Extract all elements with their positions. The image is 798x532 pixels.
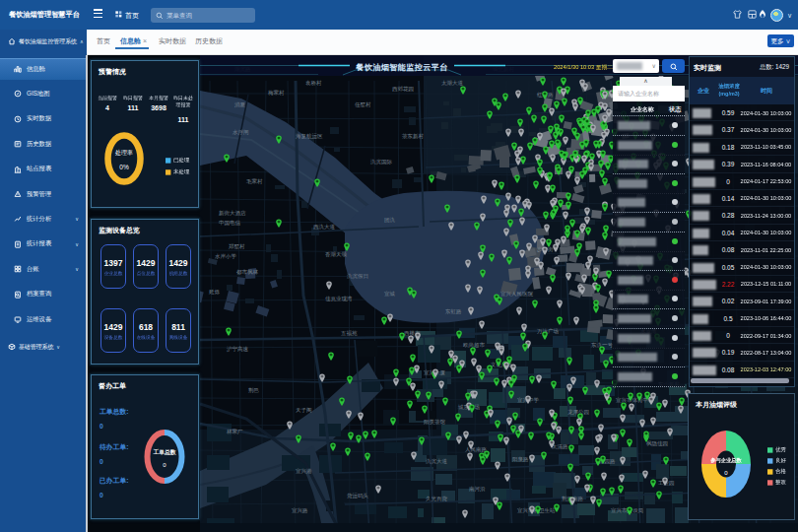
svg-text:五福苑: 五福苑: [341, 330, 358, 337]
svg-text:万达广场: 万达广场: [537, 328, 559, 335]
svg-text:袁桥村: 袁桥村: [305, 80, 322, 87]
svg-text:东虹路: 东虹路: [444, 308, 462, 314]
svg-text:水浮闸: 水浮闸: [233, 129, 249, 136]
svg-text:南河沿: 南河沿: [469, 486, 486, 493]
svg-text:阳泉路: 阳泉路: [512, 456, 529, 463]
svg-text:荆邑: 荆邑: [248, 387, 260, 393]
svg-text:人民南路: 人民南路: [465, 446, 488, 452]
svg-text:西氿大道: 西氿大道: [313, 224, 336, 231]
svg-text:毛家村: 毛家村: [246, 178, 263, 185]
svg-text:任墅村: 任墅村: [355, 101, 371, 108]
svg-text:水岸小学: 水岸小学: [215, 253, 237, 259]
svg-text:梅家村: 梅家村: [267, 90, 285, 97]
svg-text:沪宁高速: 沪宁高速: [227, 346, 249, 353]
svg-text:宜城: 宜城: [384, 291, 396, 297]
svg-text:宜兴港: 宜兴港: [296, 468, 312, 475]
svg-text:宜兴人民医院: 宜兴人民医院: [500, 291, 534, 298]
svg-text:宜兴路: 宜兴路: [292, 507, 308, 513]
svg-text:延烁: 延烁: [208, 289, 221, 295]
svg-text:太滆路: 太滆路: [552, 443, 568, 450]
svg-text:新街大酒店: 新街大酒店: [219, 210, 246, 217]
svg-text:氿滨国际: 氿滨国际: [370, 159, 393, 166]
svg-text:氿滨假日: 氿滨假日: [347, 273, 368, 280]
svg-text:香湖天颂: 香湖天颂: [325, 251, 348, 258]
svg-text:消夏: 消夏: [234, 101, 246, 108]
svg-text:林家厂: 林家厂: [226, 429, 243, 434]
svg-text:中国电信: 中国电信: [219, 220, 241, 227]
svg-text:茶东新村: 茶东新村: [402, 133, 425, 140]
svg-text:西郊花园: 西郊花园: [392, 86, 414, 93]
svg-text:枫隐佳园: 枫隐佳园: [646, 440, 668, 447]
svg-text:郑墅村: 郑墅村: [229, 243, 245, 250]
svg-text:都市枫林: 都市枫林: [236, 269, 259, 276]
svg-text:天子阁: 天子阁: [296, 407, 312, 414]
svg-text:佳兆业珑湾: 佳兆业珑湾: [325, 296, 353, 302]
svg-text:氿滨大道: 氿滨大道: [426, 458, 448, 465]
svg-text:团氿: 团氿: [384, 217, 396, 224]
svg-text:太湖大道: 太湖大道: [441, 80, 464, 86]
svg-text:货运码头: 货运码头: [347, 493, 369, 499]
svg-text:阳羡茶馆: 阳羡茶馆: [424, 419, 446, 426]
svg-text:海复航运区: 海复航运区: [296, 133, 323, 140]
svg-text:久光百货: 久光百货: [426, 496, 448, 502]
